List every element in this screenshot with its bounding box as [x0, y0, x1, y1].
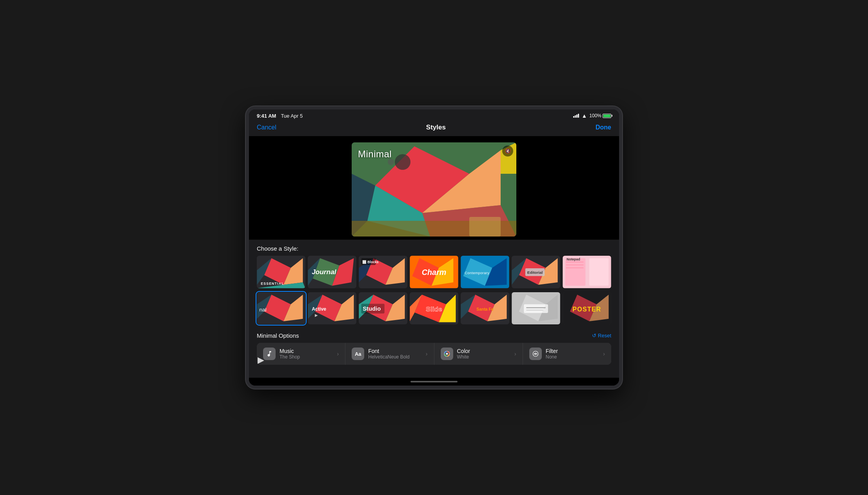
filter-icon-container — [529, 348, 542, 360]
status-date: Tue Apr 5 — [281, 113, 303, 119]
svg-rect-41 — [589, 258, 608, 286]
filter-option-value: None — [546, 354, 558, 360]
svg-rect-43 — [566, 264, 583, 265]
style-item-journal[interactable]: Journal — [308, 256, 356, 288]
svg-rect-71 — [524, 304, 548, 313]
svg-text:Editorial: Editorial — [527, 270, 543, 275]
svg-text:POSTER: POSTER — [572, 306, 601, 313]
svg-point-83 — [536, 353, 537, 354]
status-time: 9:41 AM — [257, 113, 276, 119]
music-option-value: The Shop — [280, 354, 300, 360]
style-item-studio[interactable]: Studio — [359, 292, 407, 325]
style-item-santafe[interactable]: Santa Fe — [461, 292, 509, 325]
svg-text:Journal: Journal — [312, 268, 337, 276]
page-title: Styles — [426, 124, 446, 131]
style-grid-row2: nal Active ▶ — [257, 292, 611, 325]
svg-text:Charm: Charm — [422, 268, 446, 277]
style-item-poster[interactable]: POSTER — [563, 292, 611, 325]
video-container: Minimal 🔇 — [352, 142, 516, 237]
svg-rect-42 — [566, 262, 583, 262]
color-icon — [443, 350, 450, 357]
svg-text:Contemporary: Contemporary — [465, 271, 489, 275]
svg-rect-9 — [469, 217, 501, 237]
options-section: Minimal Options ↺ Reset — [257, 328, 611, 371]
style-item-slide[interactable]: Slide — [410, 292, 458, 325]
svg-text:Santa Fe: Santa Fe — [476, 307, 494, 311]
color-option-value: White — [457, 354, 470, 360]
color-option-title: Color — [457, 348, 470, 354]
music-icon-container — [263, 348, 276, 360]
svg-point-79 — [446, 353, 448, 355]
ipad-screen: 9:41 AM Tue Apr 5 ▲ 100% — [249, 109, 619, 386]
svg-point-10 — [395, 154, 410, 170]
font-option[interactable]: Aa Font HelveticaNeue Bold › — [345, 343, 434, 365]
style-item-unknown[interactable] — [512, 292, 560, 325]
options-grid: Music The Shop › Aa — [257, 343, 611, 365]
status-icons: ▲ 100% — [573, 113, 611, 119]
svg-text:⬜ Blocks: ⬜ Blocks — [362, 260, 379, 264]
svg-text:Slide: Slide — [426, 305, 442, 313]
mute-icon: 🔇 — [505, 148, 511, 154]
svg-point-11 — [388, 159, 394, 165]
svg-point-82 — [534, 353, 535, 354]
music-icon — [266, 350, 273, 357]
style-item-notepad[interactable]: Notepad — [563, 256, 611, 288]
signal-icon — [573, 114, 579, 118]
mute-button[interactable]: 🔇 — [502, 146, 513, 157]
color-option[interactable]: Color White › — [434, 343, 523, 365]
home-bar[interactable] — [410, 381, 458, 382]
music-option-title: Music — [280, 348, 300, 354]
font-option-title: Font — [368, 348, 409, 354]
font-option-value: HelveticaNeue Bold — [368, 354, 409, 360]
options-title: Minimal Options — [257, 332, 299, 339]
svg-text:nal: nal — [259, 307, 266, 313]
style-item-active[interactable]: Active ▶ — [308, 292, 356, 325]
style-item-essential[interactable]: ESSENTIAL — [257, 256, 305, 288]
svg-text:ESSENTIAL: ESSENTIAL — [261, 282, 284, 286]
reset-button[interactable]: ↺ Reset — [592, 333, 611, 338]
main-content: Choose a Style: ESSENTIAL — [249, 240, 619, 378]
svg-text:Notepad: Notepad — [567, 257, 580, 261]
filter-icon — [532, 350, 539, 357]
font-icon-container: Aa — [352, 348, 364, 360]
font-icon: Aa — [355, 351, 361, 357]
style-item-minimal[interactable]: nal — [257, 292, 305, 325]
play-button-overlay[interactable]: ▶ — [258, 355, 264, 365]
svg-text:Studio: Studio — [363, 306, 381, 312]
filter-option-title: Filter — [546, 348, 558, 354]
nav-bar: Cancel Styles Done — [249, 120, 619, 136]
battery-indicator: 100% — [589, 113, 611, 118]
done-button[interactable]: Done — [596, 124, 611, 131]
music-option[interactable]: Music The Shop › — [257, 343, 345, 365]
font-chevron-icon: › — [426, 351, 428, 357]
svg-rect-44 — [566, 268, 583, 268]
filter-chevron-icon: › — [603, 351, 605, 357]
style-item-blocks[interactable]: ⬜ Blocks — [359, 256, 407, 288]
filter-option[interactable]: Filter None › — [523, 343, 611, 365]
options-header: Minimal Options ↺ Reset — [257, 332, 611, 339]
cancel-button[interactable]: Cancel — [257, 124, 276, 131]
style-item-editorial[interactable]: Editorial — [512, 256, 560, 288]
styles-section-label: Choose a Style: — [257, 240, 611, 256]
battery-icon — [603, 114, 611, 118]
svg-point-81 — [535, 353, 536, 355]
wifi-icon: ▲ — [581, 113, 587, 119]
color-chevron-icon: › — [514, 351, 516, 357]
status-bar: 9:41 AM Tue Apr 5 ▲ 100% — [249, 109, 619, 120]
color-icon-container — [441, 348, 453, 360]
style-item-charm[interactable]: Charm — [410, 256, 458, 288]
music-chevron-icon: › — [337, 351, 339, 357]
style-grid-row1: ESSENTIAL Journal — [257, 256, 611, 288]
svg-text:▶: ▶ — [315, 313, 318, 317]
battery-percent: 100% — [589, 113, 601, 118]
video-style-label: Minimal — [358, 149, 392, 160]
style-item-contemporary[interactable]: Contemporary — [461, 256, 509, 288]
ipad-frame: 9:41 AM Tue Apr 5 ▲ 100% — [246, 106, 622, 389]
video-preview-area: Minimal 🔇 — [249, 136, 619, 240]
svg-text:Active: Active — [312, 306, 326, 312]
home-indicator — [249, 378, 619, 386]
